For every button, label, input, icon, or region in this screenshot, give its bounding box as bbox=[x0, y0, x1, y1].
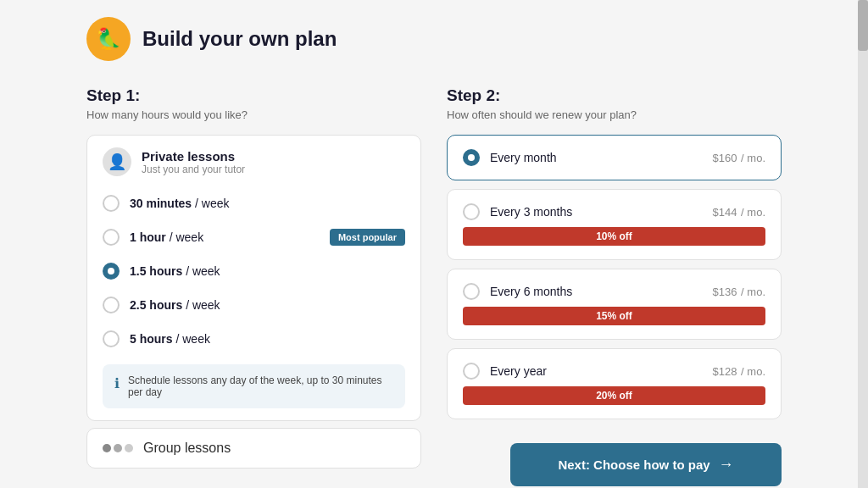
hour-option-30min[interactable]: 30 minutes / week bbox=[103, 186, 405, 220]
info-icon: ℹ bbox=[114, 375, 120, 391]
page-title: Build your own plan bbox=[142, 27, 337, 51]
radio-30min bbox=[103, 195, 120, 212]
radio-inner-monthly bbox=[468, 154, 475, 161]
lesson-type-header: 👤 Private lessons Just you and your tuto… bbox=[103, 147, 405, 176]
radio-3months bbox=[463, 203, 480, 220]
step2-subtitle: How often should we renew your plan? bbox=[447, 108, 782, 121]
hour-label-1.5hours: 1.5 hours / week bbox=[130, 264, 220, 278]
renewal-row-3months: Every 3 months $144 / mo. bbox=[463, 203, 765, 220]
step1-subtitle: How many hours would you like? bbox=[86, 108, 421, 121]
renewal-label-monthly: Every month bbox=[490, 151, 557, 164]
dot3 bbox=[125, 444, 133, 452]
discount-bar-yearly: 20% off bbox=[463, 386, 765, 405]
app-logo: 🦜 bbox=[86, 17, 131, 61]
radio-1hour bbox=[103, 229, 120, 246]
lesson-type-desc: Just you and your tutor bbox=[142, 164, 245, 175]
renewal-row-6months: Every 6 months $136 / mo. bbox=[463, 283, 765, 300]
person-icon: 👤 bbox=[103, 147, 131, 176]
radio-1.5hours bbox=[103, 263, 120, 280]
arrow-right-icon: → bbox=[719, 456, 734, 474]
radio-monthly bbox=[463, 149, 480, 166]
step2-title: Step 2: bbox=[447, 86, 782, 105]
next-button-label: Next: Choose how to pay bbox=[558, 458, 709, 472]
renewal-label-6months: Every 6 months bbox=[490, 285, 572, 298]
hour-label-1hour: 1 hour / week bbox=[130, 230, 203, 244]
dot1 bbox=[103, 444, 111, 452]
renewal-price-3months: $144 / mo. bbox=[712, 203, 765, 220]
hour-label-30min: 30 minutes / week bbox=[130, 197, 230, 210]
renewal-price-yearly: $128 / mo. bbox=[712, 363, 765, 380]
hour-label-2.5hours: 2.5 hours / week bbox=[130, 298, 220, 312]
renewal-row-monthly: Every month $160 / mo. bbox=[463, 149, 765, 166]
schedule-info-text: Schedule lessons any day of the week, up… bbox=[128, 374, 393, 398]
step2-panel: Step 2: How often should we renew your p… bbox=[447, 86, 782, 486]
logo-emoji: 🦜 bbox=[96, 27, 121, 51]
dot2 bbox=[114, 444, 122, 452]
radio-5hours bbox=[103, 330, 120, 347]
radio-yearly bbox=[463, 363, 480, 380]
lesson-type-info: Private lessons Just you and your tutor bbox=[142, 149, 245, 175]
hour-option-2.5hours[interactable]: 2.5 hours / week bbox=[103, 288, 405, 322]
step1-title: Step 1: bbox=[86, 86, 421, 105]
next-button[interactable]: Next: Choose how to pay → bbox=[510, 443, 782, 486]
discount-bar-3months: 10% off bbox=[463, 227, 765, 246]
radio-inner-selected bbox=[108, 268, 114, 274]
hour-option-1.5hours[interactable]: 1.5 hours / week bbox=[103, 254, 405, 288]
renewal-option-monthly[interactable]: Every month $160 / mo. bbox=[447, 135, 782, 180]
private-lessons-card[interactable]: 👤 Private lessons Just you and your tuto… bbox=[86, 135, 421, 421]
group-lessons-label: Group lessons bbox=[143, 441, 231, 456]
renewal-option-yearly[interactable]: Every year $128 / mo. 20% off bbox=[447, 348, 782, 419]
renewal-left-yearly: Every year bbox=[463, 363, 547, 380]
step1-panel: Step 1: How many hours would you like? 👤… bbox=[86, 86, 421, 486]
group-lessons-card[interactable]: Group lessons bbox=[86, 428, 421, 469]
renewal-price-6months: $136 / mo. bbox=[712, 283, 765, 300]
page-header: 🦜 Build your own plan bbox=[86, 17, 782, 61]
renewal-label-3months: Every 3 months bbox=[490, 205, 572, 219]
radio-2.5hours bbox=[103, 297, 120, 313]
renewal-left-6months: Every 6 months bbox=[463, 283, 572, 300]
hour-option-5hours[interactable]: 5 hours / week bbox=[103, 322, 405, 356]
discount-bar-6months: 15% off bbox=[463, 307, 765, 325]
renewal-left-3months: Every 3 months bbox=[463, 203, 572, 220]
renewal-option-6months[interactable]: Every 6 months $136 / mo. 15% off bbox=[447, 269, 782, 340]
renewal-option-3months[interactable]: Every 3 months $144 / mo. 10% off bbox=[447, 189, 782, 260]
most-popular-badge: Most popular bbox=[330, 229, 405, 246]
renewal-label-yearly: Every year bbox=[490, 364, 547, 378]
group-dots-icon bbox=[103, 444, 133, 452]
lesson-type-name: Private lessons bbox=[142, 149, 245, 164]
radio-6months bbox=[463, 283, 480, 300]
renewal-left-monthly: Every month bbox=[463, 149, 557, 166]
schedule-info-box: ℹ Schedule lessons any day of the week, … bbox=[103, 364, 405, 408]
hour-label-5hours: 5 hours / week bbox=[130, 332, 210, 346]
renewal-row-yearly: Every year $128 / mo. bbox=[463, 363, 765, 380]
hour-option-1hour[interactable]: 1 hour / week Most popular bbox=[103, 220, 405, 254]
renewal-price-monthly: $160 / mo. bbox=[712, 149, 765, 166]
